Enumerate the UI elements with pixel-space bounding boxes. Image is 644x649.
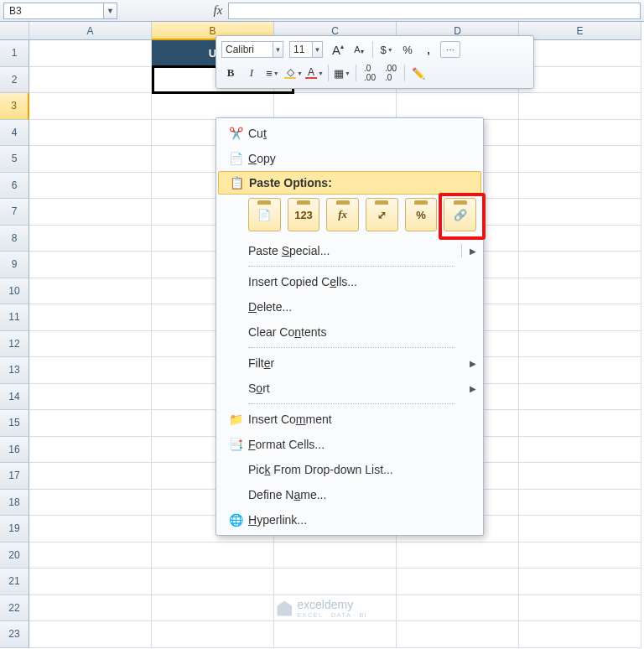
grow-font-button[interactable]: A▴ (329, 40, 347, 59)
cell[interactable] (274, 93, 397, 120)
cell[interactable] (519, 278, 641, 305)
cell[interactable] (29, 120, 152, 147)
paste-opt-default[interactable]: 📄 (248, 198, 281, 231)
cell[interactable] (152, 93, 274, 120)
cell[interactable] (29, 357, 152, 384)
row-header[interactable]: 13 (0, 357, 29, 384)
cell[interactable] (519, 490, 641, 517)
cell[interactable] (29, 304, 152, 331)
cell[interactable] (519, 543, 641, 569)
select-all-corner[interactable] (0, 22, 29, 40)
row-header[interactable]: 19 (0, 516, 29, 543)
cell[interactable] (274, 595, 397, 622)
menu-insert-copied[interactable]: Insert Copied Cells... (218, 269, 481, 294)
paste-opt-percent[interactable]: % (405, 198, 438, 231)
font-color-button[interactable]: A▼ (305, 64, 324, 82)
menu-clear-contents[interactable]: Clear Contents (218, 319, 481, 345)
menu-paste-options[interactable]: 📋 Paste Options: (218, 171, 481, 195)
cell[interactable] (29, 384, 152, 411)
cell[interactable] (519, 67, 641, 94)
cell[interactable] (519, 621, 641, 648)
row-header[interactable]: 23 (0, 621, 29, 648)
shrink-font-button[interactable]: A▾ (350, 40, 368, 59)
cell[interactable] (29, 595, 152, 622)
cell[interactable] (519, 410, 641, 437)
cell[interactable] (519, 173, 641, 200)
cell[interactable] (519, 304, 641, 331)
row-header[interactable]: 1 (0, 40, 29, 67)
cell[interactable] (397, 595, 519, 622)
format-cells-dialog-button[interactable]: ⋯ (440, 41, 460, 58)
italic-button[interactable]: I (242, 64, 261, 82)
menu-copy[interactable]: 📄 Copy (218, 146, 481, 171)
row-header[interactable]: 15 (0, 410, 29, 437)
font-name-box[interactable]: Calibri (221, 41, 273, 58)
cell[interactable] (29, 516, 152, 543)
menu-filter[interactable]: Filter▶ (218, 350, 481, 376)
cell[interactable] (519, 331, 641, 358)
row-header[interactable]: 21 (0, 569, 29, 595)
cell[interactable] (519, 357, 641, 384)
cell[interactable] (29, 278, 152, 305)
font-name-dropdown[interactable]: ▼ (273, 41, 283, 58)
name-box[interactable]: B3 (3, 3, 104, 19)
increase-decimal-button[interactable]: .0.00 (361, 64, 379, 82)
row-header[interactable]: 4 (0, 120, 29, 147)
fill-color-button[interactable]: ◇▼ (284, 64, 303, 82)
cell[interactable] (29, 437, 152, 464)
paste-opt-values[interactable]: 123 (288, 198, 320, 231)
cell[interactable] (29, 621, 152, 648)
decrease-decimal-button[interactable]: .00.0 (382, 64, 400, 82)
menu-hyperlink[interactable]: 🌐Hyperlink... (218, 507, 481, 532)
cell[interactable] (29, 40, 152, 67)
cell[interactable] (29, 173, 152, 200)
cell[interactable] (519, 595, 641, 622)
row-header[interactable]: 18 (0, 490, 29, 517)
row-header[interactable]: 2 (0, 67, 29, 94)
row-header[interactable]: 7 (0, 199, 29, 226)
cell[interactable] (519, 40, 641, 67)
col-header-E[interactable]: E (519, 22, 641, 40)
comma-button[interactable]: , (419, 40, 438, 59)
cell[interactable] (29, 226, 152, 252)
row-header[interactable]: 8 (0, 226, 29, 252)
formula-bar[interactable] (228, 3, 641, 19)
cell[interactable] (519, 146, 641, 173)
cell[interactable] (519, 569, 641, 595)
menu-format-cells[interactable]: 📑Format Cells... (218, 432, 481, 457)
row-header[interactable]: 3 (0, 93, 29, 120)
cell[interactable] (29, 410, 152, 437)
name-box-dropdown[interactable]: ▼ (104, 3, 117, 19)
cell[interactable] (397, 543, 519, 569)
menu-insert-comment[interactable]: 📁Insert Comment (218, 407, 481, 432)
paste-opt-link[interactable]: 🔗 (444, 198, 476, 231)
cell[interactable] (152, 543, 274, 569)
fx-icon[interactable]: fx (210, 3, 226, 19)
cell[interactable] (519, 516, 641, 543)
cell[interactable] (274, 621, 397, 648)
font-size-box[interactable]: 11 (289, 41, 313, 58)
cell[interactable] (519, 93, 641, 120)
cell[interactable] (29, 67, 152, 94)
cell[interactable] (29, 490, 152, 517)
cell[interactable] (29, 93, 152, 120)
menu-sort[interactable]: Sort▶ (218, 376, 481, 401)
menu-delete[interactable]: Delete... (218, 294, 481, 319)
borders-button[interactable]: ▦▼ (333, 64, 351, 82)
cell[interactable] (519, 463, 641, 490)
row-header[interactable]: 12 (0, 331, 29, 358)
menu-cut[interactable]: ✂️ Cut (218, 121, 481, 146)
row-header[interactable]: 22 (0, 595, 29, 622)
row-header[interactable]: 6 (0, 173, 29, 200)
menu-define-name[interactable]: Define Name... (218, 482, 481, 507)
cell[interactable] (152, 621, 274, 648)
percent-button[interactable]: % (398, 40, 417, 59)
row-header[interactable]: 5 (0, 146, 29, 173)
cell[interactable] (29, 543, 152, 569)
currency-button[interactable]: $▼ (377, 40, 396, 59)
col-header-A[interactable]: A (29, 22, 152, 40)
cell[interactable] (397, 621, 519, 648)
cell[interactable] (519, 252, 641, 278)
cell[interactable] (397, 569, 519, 595)
cell[interactable] (29, 252, 152, 278)
